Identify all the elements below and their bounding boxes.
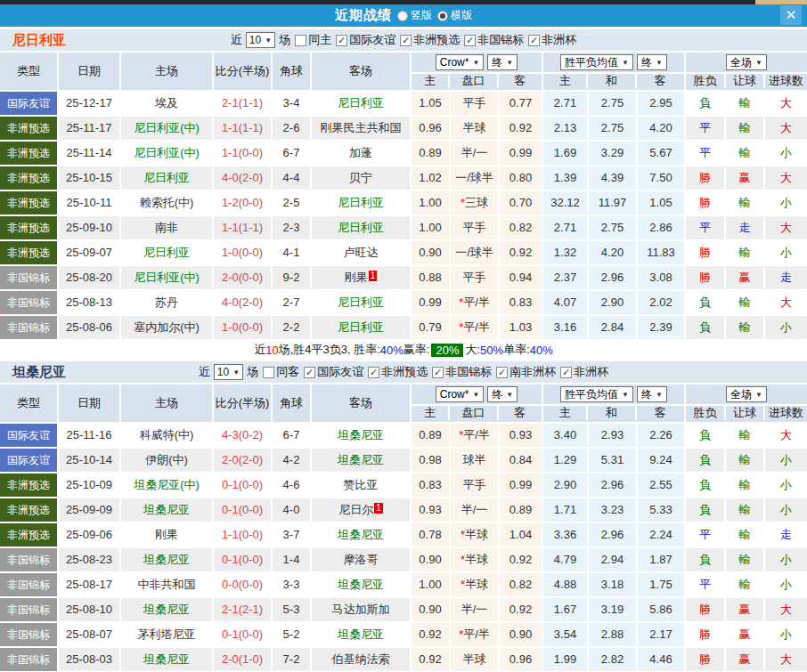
- home-team[interactable]: 尼日利亚(中): [121, 117, 214, 140]
- competition-checkbox[interactable]: ✓非洲杯: [560, 364, 608, 380]
- home-team-name[interactable]: 坦桑尼亚: [143, 503, 190, 516]
- away-team-name[interactable]: 坦桑尼亚: [338, 453, 384, 466]
- score-cell: 2-1(1-1): [214, 92, 273, 115]
- home-team-name[interactable]: 尼日利亚(中): [134, 146, 200, 159]
- mean-select[interactable]: 胜平负均值 ▼: [560, 386, 633, 402]
- result-goals: 小: [765, 316, 807, 339]
- mean-header-group: 胜平负均值 ▼ 终 ▼ 主 和 客: [543, 53, 686, 90]
- score-cell: 1-2(0-0): [214, 191, 273, 215]
- result-wdl: 負: [686, 548, 726, 571]
- competition-checkbox[interactable]: ✓非洲预选: [400, 32, 460, 48]
- odds-handicap: *半球: [451, 523, 500, 547]
- away-team: 马达加斯加: [312, 598, 412, 621]
- away-team[interactable]: 坦桑尼亚: [312, 573, 412, 596]
- home-team-name[interactable]: 尼日利亚(中): [134, 121, 200, 134]
- odds-final-select[interactable]: 终 ▼: [487, 54, 518, 70]
- match-count-select[interactable]: 10 ▼: [246, 32, 275, 48]
- away-team-name[interactable]: 尼日利亚: [338, 196, 384, 209]
- away-team[interactable]: 坦桑尼亚: [312, 623, 412, 646]
- mean-home: 2.71: [543, 92, 589, 115]
- result-goals: 小: [765, 474, 807, 497]
- home-team[interactable]: 坦桑尼亚: [121, 648, 214, 671]
- home-team[interactable]: 坦桑尼亚(中): [121, 474, 214, 497]
- halftime-score: (0-0): [239, 146, 263, 159]
- away-team-name[interactable]: 尼日利亚: [338, 296, 384, 309]
- result-handicap: 輸: [726, 498, 765, 522]
- home-team[interactable]: 坦桑尼亚: [121, 598, 214, 621]
- competition-checkbox[interactable]: ✓国际友谊: [336, 32, 395, 48]
- away-team-name[interactable]: 坦桑尼亚: [338, 627, 384, 641]
- away-team-name[interactable]: 坦桑尼亚: [338, 578, 384, 591]
- away-team[interactable]: 坦桑尼亚: [312, 449, 412, 472]
- competition-checkbox[interactable]: ✓南非洲杯: [496, 364, 556, 380]
- competition-checkbox[interactable]: ✓非洲预选: [368, 364, 428, 380]
- away-team-name[interactable]: 尼日利亚: [338, 320, 384, 334]
- away-team[interactable]: 尼日利亚: [312, 216, 412, 239]
- match-type-badge: 非洲预选: [0, 498, 59, 522]
- same-venue-checkbox[interactable]: 同客: [263, 364, 299, 380]
- mean-select[interactable]: 胜平负均值 ▼: [560, 54, 633, 70]
- match-date: 25-10-14: [59, 449, 121, 472]
- home-team[interactable]: 尼日利亚: [121, 166, 214, 190]
- home-team-name[interactable]: 尼日利亚: [143, 246, 190, 259]
- mean-draw: 2.96: [589, 523, 638, 547]
- home-team[interactable]: 尼日利亚(中): [121, 266, 214, 289]
- filters: 近 10 ▼ 场 同主✓国际友谊✓非洲预选✓非国锦标✓非洲杯: [231, 32, 576, 48]
- mean-draw: 11.97: [589, 191, 638, 215]
- match-count-select[interactable]: 10 ▼: [214, 364, 243, 380]
- col-away: 客场: [312, 385, 412, 422]
- home-team-name[interactable]: 尼日利亚(中): [134, 271, 200, 284]
- away-team[interactable]: 坦桑尼亚: [312, 523, 412, 547]
- filters: 近 10 ▼ 场 同客✓国际友谊✓非洲预选✓非国锦标✓南非洲杯✓非洲杯: [199, 364, 608, 380]
- home-team-name[interactable]: 坦桑尼亚(中): [134, 478, 200, 491]
- mean-home: 3.36: [543, 523, 589, 547]
- away-team[interactable]: 尼日利亚: [312, 316, 412, 339]
- competition-checkbox[interactable]: ✓国际友谊: [304, 364, 363, 380]
- layout-vertical-radio[interactable]: 竖版: [397, 8, 432, 23]
- away-team-name[interactable]: 坦桑尼亚: [338, 428, 384, 441]
- odds-company-select[interactable]: Crow* ▼: [436, 386, 485, 402]
- mean-final-select[interactable]: 终 ▼: [637, 54, 667, 70]
- home-team[interactable]: 坦桑尼亚: [121, 498, 214, 522]
- mean-draw: 2.82: [589, 648, 638, 671]
- away-team[interactable]: 尼日利亚: [312, 291, 412, 314]
- home-team-name[interactable]: 坦桑尼亚: [143, 652, 190, 666]
- match-type-badge: 非洲预选: [0, 191, 59, 215]
- fulltime-score: 1-0: [222, 246, 239, 259]
- home-team[interactable]: 坦桑尼亚: [121, 548, 214, 571]
- away-team[interactable]: 尼日利亚: [312, 92, 412, 115]
- away-team-name[interactable]: 尼日利亚: [338, 221, 384, 234]
- odds-home: 0.96: [412, 117, 451, 140]
- home-team-name[interactable]: 坦桑尼亚: [143, 553, 190, 566]
- radio-unselected-icon: [397, 11, 408, 21]
- home-team[interactable]: 尼日利亚: [121, 241, 214, 264]
- home-team[interactable]: 尼日利亚(中): [121, 142, 214, 165]
- chevron-down-icon: ▼: [506, 59, 513, 67]
- competition-checkbox[interactable]: ✓非国锦标: [464, 32, 524, 48]
- match-date: 25-08-17: [59, 573, 121, 596]
- home-team-name[interactable]: 坦桑尼亚: [143, 603, 190, 616]
- same-venue-checkbox[interactable]: 同主: [295, 32, 331, 48]
- home-team-name[interactable]: 尼日利亚: [143, 171, 190, 184]
- away-team[interactable]: 尼日利亚: [312, 191, 412, 215]
- mean-final-select[interactable]: 终 ▼: [637, 386, 667, 402]
- scope-select[interactable]: 全场 ▼: [726, 54, 767, 70]
- away-team-name[interactable]: 坦桑尼亚: [338, 528, 384, 541]
- checkbox-checked-icon: ✓: [432, 367, 444, 378]
- odds-home: 0.92: [412, 623, 451, 646]
- odds-handicap: 一/球半: [451, 166, 500, 190]
- away-team-name[interactable]: 尼日利亚: [338, 96, 384, 109]
- close-button[interactable]: ✕: [780, 5, 802, 25]
- layout-horizontal-radio[interactable]: 横版: [437, 8, 472, 23]
- scope-select[interactable]: 全场 ▼: [726, 386, 767, 402]
- chevron-down-icon: ▼: [622, 391, 629, 399]
- away-team[interactable]: 坦桑尼亚: [312, 424, 412, 447]
- result-handicap: 輸: [726, 92, 765, 115]
- table-row: 非洲预选25-10-09坦桑尼亚(中)0-1(0-0)4-6赞比亚0.83平手0…: [0, 474, 807, 498]
- odds-company-select[interactable]: Crow* ▼: [436, 54, 485, 70]
- competition-checkbox[interactable]: ✓非洲杯: [528, 32, 576, 48]
- competition-checkbox[interactable]: ✓非国锦标: [432, 364, 492, 380]
- odds-final-select[interactable]: 终 ▼: [487, 386, 518, 402]
- col-score: 比分(半场): [214, 53, 273, 90]
- odds-away: 0.99: [500, 142, 543, 165]
